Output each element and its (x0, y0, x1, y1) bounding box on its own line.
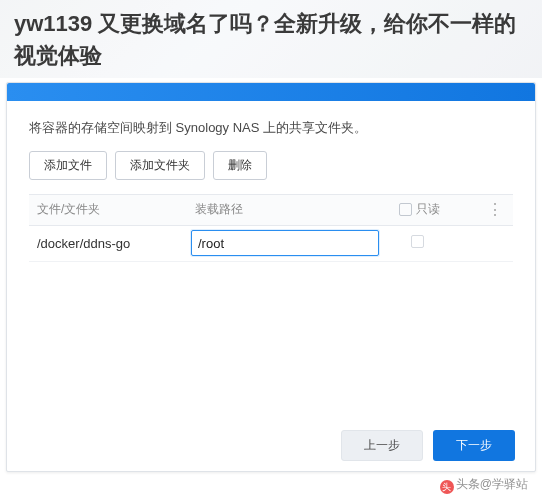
watermark-text: 头条@学驿站 (456, 477, 528, 491)
column-path-header[interactable]: 装载路径 (191, 201, 391, 218)
next-button[interactable]: 下一步 (433, 430, 515, 461)
readonly-header-label: 只读 (416, 201, 440, 218)
column-readonly-header[interactable]: 只读 (391, 201, 461, 218)
page-title: yw1139 又更换域名了吗？全新升级，给你不一样的视觉体验 (0, 0, 542, 82)
previous-button[interactable]: 上一步 (341, 430, 423, 461)
delete-button[interactable]: 删除 (213, 151, 267, 180)
modal-titlebar (7, 83, 535, 101)
table-header: 文件/文件夹 装载路径 只读 ⋮ (29, 194, 513, 226)
watermark-logo-icon: 头 (440, 480, 454, 494)
modal-footer: 上一步 下一步 (341, 430, 515, 461)
add-folder-button[interactable]: 添加文件夹 (115, 151, 205, 180)
mount-path-input[interactable] (191, 230, 379, 256)
cell-mount-path (191, 230, 391, 256)
cell-file-path: /docker/ddns-go (29, 236, 191, 251)
toolbar: 添加文件 添加文件夹 删除 (29, 151, 513, 180)
readonly-header-checkbox[interactable] (399, 203, 412, 216)
table-row[interactable]: /docker/ddns-go (29, 226, 513, 262)
volume-settings-modal: 将容器的存储空间映射到 Synology NAS 上的共享文件夹。 添加文件 添… (6, 82, 536, 472)
cell-readonly (391, 235, 461, 251)
column-file-header[interactable]: 文件/文件夹 (29, 201, 191, 218)
readonly-row-checkbox[interactable] (411, 235, 424, 248)
modal-body: 将容器的存储空间映射到 Synology NAS 上的共享文件夹。 添加文件 添… (7, 101, 535, 471)
add-file-button[interactable]: 添加文件 (29, 151, 107, 180)
modal-description: 将容器的存储空间映射到 Synology NAS 上的共享文件夹。 (29, 119, 513, 137)
watermark: 头头条@学驿站 (440, 476, 528, 494)
column-menu-header[interactable]: ⋮ (461, 200, 513, 219)
